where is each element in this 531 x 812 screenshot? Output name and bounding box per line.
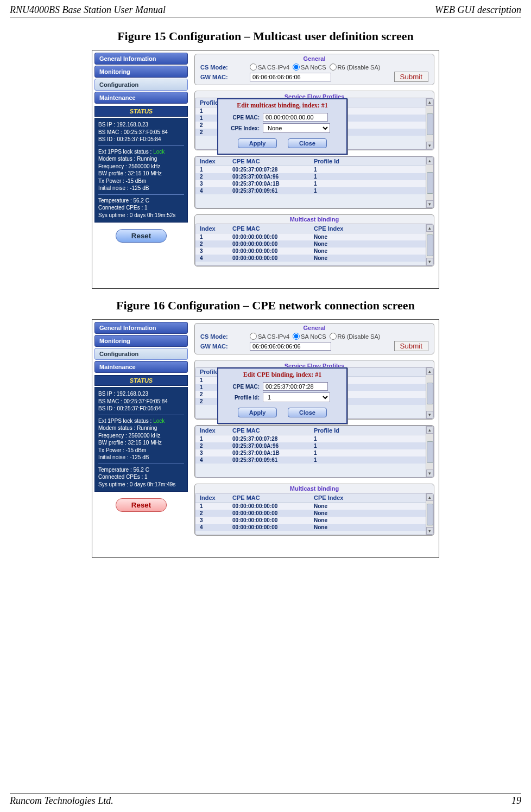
scroll-up-icon[interactable]: ▴ [426, 367, 433, 375]
table-row[interactable]: 300:00:00:00:00:00None [195, 517, 426, 524]
mcast-col-index: Index [195, 224, 228, 233]
reset-button[interactable]: Reset [116, 498, 167, 512]
status-modem: Modem status : Running [98, 424, 184, 432]
cs-opt-r6-label: R6 (Disable SA) [338, 64, 381, 71]
table-row[interactable]: 200:25:37:00:0A:961 [195, 173, 426, 180]
scrollbar[interactable]: ▴ ▾ [426, 367, 433, 418]
scroll-up-icon[interactable]: ▴ [426, 426, 433, 434]
scroll-down-icon[interactable]: ▾ [426, 258, 433, 265]
scrollbar[interactable]: ▴ ▾ [426, 98, 433, 149]
table-row[interactable]: 400:00:00:00:00:00None [195, 255, 426, 262]
nav-configuration[interactable]: Configuration [94, 348, 188, 360]
scroll-thumb[interactable] [427, 383, 433, 404]
dlg-cpe-mac-row: CPE MAC: [223, 382, 342, 391]
scroll-down-icon[interactable]: ▾ [426, 411, 433, 418]
nav-general-info[interactable]: General Information [94, 322, 188, 334]
scroll-up-icon[interactable]: ▴ [426, 224, 433, 232]
status-ext1pps: Ext 1PPS lock status : Lock [98, 417, 184, 425]
mcast-table: Index CPE MAC CPE Index 100:00:00:00:00:… [195, 224, 426, 262]
nav-general-info[interactable]: General Information [94, 53, 188, 65]
status-freq: Frequency : 2560000 kHz [98, 163, 184, 170]
scrollbar[interactable]: ▴ ▾ [426, 426, 433, 477]
dlg-cpe-mac-input[interactable] [263, 382, 328, 391]
nav-configuration[interactable]: Configuration [94, 79, 188, 91]
scroll-down-icon[interactable]: ▾ [426, 527, 433, 535]
cs-opt-ipv4[interactable]: SA CS-IPv4 [250, 333, 289, 340]
apply-button[interactable]: Apply [238, 408, 277, 417]
mcast-col-mac: CPE MAC [228, 224, 309, 233]
scrollbar[interactable]: ▴ ▾ [426, 493, 433, 535]
cs-mode-row: CS Mode: SA CS-IPv4 SA NoCS R6 (Disable … [195, 63, 434, 71]
nav-monitoring[interactable]: Monitoring [94, 335, 188, 347]
scroll-up-icon[interactable]: ▴ [426, 157, 433, 164]
table-row[interactable]: 300:00:00:00:00:00None [195, 248, 426, 255]
dialog-buttons: Apply Close [223, 138, 342, 148]
cpe-col-index: Index [195, 426, 228, 435]
dlg-cpe-mac-label: CPE MAC: [223, 384, 260, 390]
dialog-buttons: Apply Close [223, 408, 342, 417]
scroll-up-icon[interactable]: ▴ [426, 98, 433, 106]
status-title: STATUS [94, 375, 188, 386]
scroll-thumb[interactable] [427, 113, 433, 135]
close-button[interactable]: Close [288, 408, 327, 417]
close-button[interactable]: Close [288, 138, 327, 148]
table-row[interactable]: 100:00:00:00:00:00None [195, 503, 426, 510]
ext1pps-value: Lock [153, 418, 165, 424]
table-row[interactable]: 300:25:37:00:0A:1B1 [195, 180, 426, 187]
cs-opt-r6[interactable]: R6 (Disable SA) [330, 64, 381, 71]
dlg-cpe-mac-input[interactable] [263, 113, 328, 122]
cpe-col-index: Index [195, 157, 228, 166]
cpe-table: Index CPE MAC Profile Id 100:25:37:00:07… [195, 426, 426, 464]
cs-opt-nocs[interactable]: SA NoCS [293, 64, 326, 71]
mcast-col-cpeidx: CPE Index [309, 224, 426, 233]
cs-opt-ipv4-label: SA CS-IPv4 [258, 64, 289, 71]
table-row[interactable]: 200:00:00:00:00:00None [195, 240, 426, 248]
scroll-down-icon[interactable]: ▾ [426, 200, 433, 208]
table-row[interactable]: 400:25:37:00:09:611 [195, 456, 426, 464]
table-row[interactable]: 200:25:37:00:0A:961 [195, 442, 426, 449]
nav-monitoring[interactable]: Monitoring [94, 66, 188, 78]
scroll-down-icon[interactable]: ▾ [426, 142, 433, 149]
table-row[interactable]: 100:00:00:00:00:00None [195, 233, 426, 241]
sidebar: General Information Monitoring Configura… [92, 320, 190, 557]
mcast-list: Index CPE MAC CPE Index 100:00:00:00:00:… [195, 493, 434, 535]
cs-opt-r6-label: R6 (Disable SA) [338, 333, 381, 340]
status-temp: Temperature : 56.2 C [98, 466, 184, 474]
table-row[interactable]: 100:25:37:00:07:281 [195, 166, 426, 174]
scroll-thumb[interactable] [427, 504, 433, 525]
mcast-col-mac: CPE MAC [228, 493, 309, 503]
header-right: WEB GUI description [435, 4, 521, 16]
cs-opt-nocs[interactable]: SA NoCS [293, 333, 326, 340]
nav-maintenance[interactable]: Maintenance [94, 361, 188, 373]
scrollbar[interactable]: ▴ ▾ [426, 157, 433, 208]
scroll-thumb[interactable] [427, 234, 433, 256]
scroll-thumb[interactable] [427, 172, 433, 194]
table-row[interactable]: 400:00:00:00:00:00None [195, 524, 426, 531]
nav-maintenance[interactable]: Maintenance [94, 92, 188, 104]
cs-opt-r6[interactable]: R6 (Disable SA) [330, 333, 381, 340]
cs-opt-ipv4-label: SA CS-IPv4 [258, 333, 289, 340]
reset-button[interactable]: Reset [116, 229, 167, 243]
dlg-cpe-index-select[interactable]: None [263, 123, 330, 133]
scroll-down-icon[interactable]: ▾ [426, 470, 433, 477]
scroll-up-icon[interactable]: ▴ [426, 493, 433, 501]
submit-button[interactable]: Submit [394, 341, 428, 351]
table-row[interactable]: 300:25:37:00:0A:1B1 [195, 449, 426, 456]
status-cpes: Connected CPEs : 1 [98, 204, 184, 212]
table-row[interactable]: 100:25:37:00:07:281 [195, 435, 426, 443]
scrollbar[interactable]: ▴ ▾ [426, 224, 433, 265]
status-temp: Temperature : 56.2 C [98, 197, 184, 205]
dlg-profile-select[interactable]: 1 [263, 392, 330, 402]
table-row[interactable]: 400:25:37:00:09:611 [195, 187, 426, 194]
apply-button[interactable]: Apply [238, 138, 277, 148]
table-row[interactable]: 200:00:00:00:00:00None [195, 510, 426, 517]
gw-mac-input[interactable] [250, 342, 331, 351]
status-tx: Tx Power : -15 dBm [98, 447, 184, 454]
submit-button[interactable]: Submit [394, 72, 428, 82]
cpe-list: Index CPE MAC Profile Id 100:25:37:00:07… [195, 156, 434, 208]
scroll-thumb[interactable] [427, 441, 433, 463]
dlg-cpe-mac-row: CPE MAC: [223, 113, 342, 122]
gw-mac-input[interactable] [250, 73, 331, 81]
cs-opt-ipv4[interactable]: SA CS-IPv4 [250, 64, 289, 71]
status-uptime: Sys uptime : 0 days 0h:17m:49s [98, 481, 184, 489]
